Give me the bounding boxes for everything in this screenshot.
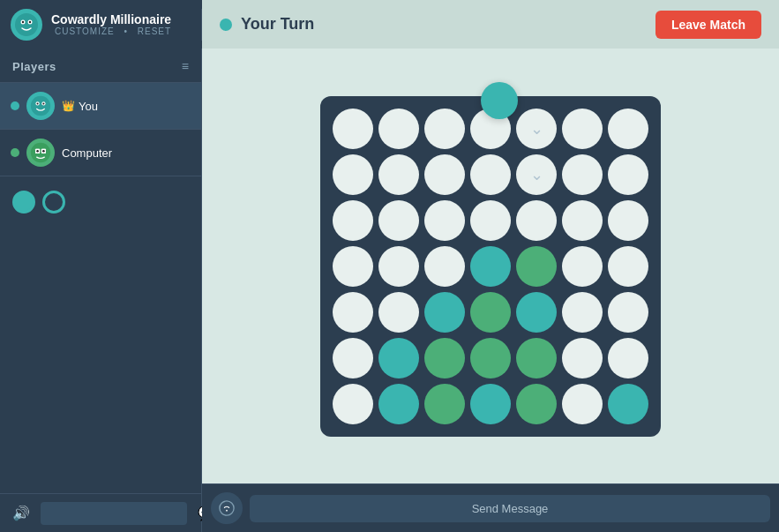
- score-area: [0, 176, 201, 228]
- cell-5-5[interactable]: [562, 338, 603, 378]
- cell-6-3[interactable]: [470, 384, 511, 424]
- cell-5-1[interactable]: [378, 338, 419, 378]
- send-message-button[interactable]: Send Message: [250, 495, 770, 522]
- cell-2-6[interactable]: [608, 200, 648, 241]
- cell-3-6[interactable]: [608, 246, 648, 287]
- game-board[interactable]: ⌄ ⌄: [320, 96, 661, 437]
- svg-point-4: [29, 20, 31, 22]
- cell-5-2[interactable]: [424, 338, 465, 378]
- cell-6-2[interactable]: [424, 384, 465, 424]
- chat-input[interactable]: [41, 502, 187, 525]
- cell-0-0[interactable]: [333, 109, 373, 149]
- score-dot-2: [42, 191, 65, 214]
- cell-0-1[interactable]: [378, 109, 419, 149]
- svg-point-3: [22, 20, 24, 22]
- cell-5-6[interactable]: [608, 338, 648, 378]
- cell-5-3[interactable]: [470, 338, 511, 378]
- svg-point-17: [220, 501, 234, 515]
- cell-1-5[interactable]: [562, 154, 603, 195]
- cell-1-4[interactable]: ⌄: [516, 154, 557, 195]
- svg-point-10: [31, 143, 50, 162]
- board-row-3: [333, 246, 648, 287]
- cell-6-5[interactable]: [562, 384, 603, 424]
- app-title-area: Cowardly Millionaire CUSTOMIZE • RESET: [51, 12, 175, 36]
- game-area: ⌄ ⌄: [202, 49, 779, 532]
- customize-link[interactable]: CUSTOMIZE: [55, 26, 115, 36]
- cell-1-6[interactable]: [608, 154, 648, 195]
- cell-4-0[interactable]: [333, 292, 373, 333]
- hint-arrow-0-4: ⌄: [530, 121, 543, 137]
- player-avatar-computer: [26, 139, 55, 167]
- cell-3-4[interactable]: [516, 246, 557, 287]
- svg-point-16: [42, 150, 45, 153]
- cell-2-2[interactable]: [424, 200, 465, 241]
- player-item-you[interactable]: 👑 You: [0, 83, 201, 130]
- cell-6-4[interactable]: [516, 384, 557, 424]
- cell-4-3[interactable]: [470, 292, 511, 333]
- cell-3-2[interactable]: [424, 246, 465, 287]
- svg-point-0: [15, 13, 38, 36]
- cell-6-1[interactable]: [378, 384, 419, 424]
- volume-icon[interactable]: 🔊: [9, 501, 34, 525]
- cell-0-5[interactable]: [562, 109, 603, 149]
- cell-4-4[interactable]: [516, 292, 557, 333]
- cell-3-3[interactable]: [470, 246, 511, 287]
- cell-5-0[interactable]: [333, 338, 373, 378]
- cell-3-0[interactable]: [333, 246, 373, 287]
- score-dot-1: [12, 191, 35, 214]
- your-turn-area: Your Turn: [220, 15, 314, 34]
- board-row-6: [333, 384, 648, 424]
- cell-6-0[interactable]: [333, 384, 373, 424]
- chat-controls: 🔊 💬 ♥: [0, 493, 201, 532]
- app-title: Cowardly Millionaire: [51, 12, 175, 26]
- cell-3-5[interactable]: [562, 246, 603, 287]
- cell-6-6[interactable]: [608, 384, 648, 424]
- svg-point-8: [37, 102, 39, 104]
- sep: •: [124, 26, 129, 36]
- filter-icon[interactable]: ≡: [182, 59, 189, 73]
- cell-4-6[interactable]: [608, 292, 648, 333]
- players-label: Players: [12, 60, 56, 73]
- cell-0-6[interactable]: [608, 109, 648, 149]
- cell-2-1[interactable]: [378, 200, 419, 241]
- turn-indicator-dot: [220, 19, 232, 31]
- bottom-bar: Send Message: [202, 483, 779, 532]
- cell-1-0[interactable]: [333, 154, 373, 195]
- cell-0-2[interactable]: [424, 109, 465, 149]
- cell-4-2[interactable]: [424, 292, 465, 333]
- your-turn-label: Your Turn: [241, 15, 314, 34]
- app-subtitle: CUSTOMIZE • RESET: [51, 26, 175, 36]
- svg-point-9: [42, 102, 44, 104]
- cell-2-0[interactable]: [333, 200, 373, 241]
- player-name-you: 👑 You: [62, 100, 98, 113]
- cell-3-1[interactable]: [378, 246, 419, 287]
- svg-point-18: [226, 510, 228, 512]
- cell-2-4[interactable]: [516, 200, 557, 241]
- hovering-piece: [481, 82, 518, 119]
- svg-point-15: [36, 150, 39, 153]
- app-logo-area: Cowardly Millionaire CUSTOMIZE • RESET: [0, 9, 202, 41]
- player-item-computer[interactable]: Computer: [0, 130, 201, 176]
- players-header: Players ≡: [0, 49, 201, 83]
- cell-2-3[interactable]: [470, 200, 511, 241]
- chat-area: [0, 228, 201, 493]
- player-dot-computer: [11, 148, 19, 157]
- send-icon-button[interactable]: [211, 492, 243, 524]
- cell-5-4[interactable]: [516, 338, 557, 378]
- player-name-computer: Computer: [62, 146, 112, 160]
- board-row-4: [333, 292, 648, 333]
- cell-2-5[interactable]: [562, 200, 603, 241]
- cell-4-5[interactable]: [562, 292, 603, 333]
- cell-1-1[interactable]: [378, 154, 419, 195]
- board-row-5: [333, 338, 648, 378]
- leave-match-button[interactable]: Leave Match: [655, 11, 761, 39]
- cell-4-1[interactable]: [378, 292, 419, 333]
- board-row-1: ⌄: [333, 154, 648, 195]
- app-avatar: [11, 9, 42, 41]
- reset-link[interactable]: RESET: [138, 26, 171, 36]
- player-dot-you: [11, 101, 19, 110]
- cell-1-2[interactable]: [424, 154, 465, 195]
- svg-point-5: [31, 96, 50, 116]
- cell-1-3[interactable]: [470, 154, 511, 195]
- cell-0-4[interactable]: ⌄: [516, 109, 557, 149]
